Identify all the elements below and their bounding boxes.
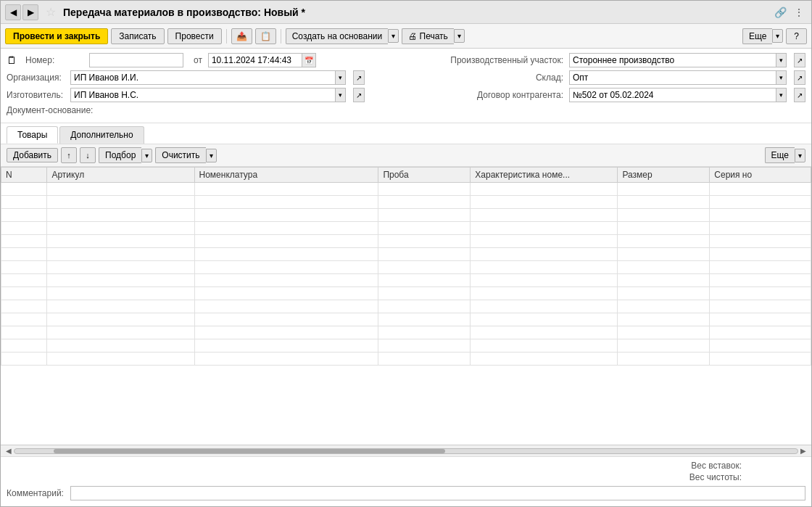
save-button[interactable]: Записать [111,28,164,44]
create-basis-split: Создать на основании ▾ [286,28,399,44]
org-input[interactable] [70,70,336,85]
col-razmer: Размер [618,168,710,183]
table-more-split: Еще ▾ [765,147,805,163]
forward-button[interactable]: ▶ [22,4,38,20]
table-row [1,274,811,287]
table-row [1,261,811,274]
upload-button[interactable]: 📤 [231,28,252,44]
comment-input[interactable] [70,486,805,500]
copy-button[interactable]: 📋 [255,28,276,44]
create-basis-button[interactable]: Создать на основании [286,28,389,44]
table-row [1,183,811,196]
maker-label: Изготовитель: [7,90,65,100]
data-table: N Артикул Номенклатура Проба Характерист… [1,167,811,366]
menu-button[interactable]: ⋮ [791,4,807,20]
maker-open[interactable]: ↗ [353,88,365,102]
scroll-left-arrow[interactable]: ◀ [4,447,14,455]
table-row [1,313,811,326]
table-row [1,209,811,222]
select-arrow[interactable]: ▾ [141,149,152,162]
comment-label: Комментарий: [7,488,65,498]
down-button[interactable]: ↓ [80,147,96,163]
prod-area-input[interactable] [569,53,776,67]
window-title: Передача материалов в производство: Новы… [63,7,768,18]
form-row-4: Документ-основание: [7,105,805,115]
prod-area-dropdown[interactable]: ▾ [776,53,787,67]
form-row-2: Организация: ▾ ↗ Склад: ▾ ↗ [7,70,805,85]
more-split: Еще ▾ [742,28,783,44]
col-proba: Проба [378,168,471,183]
tab-additional[interactable]: Дополнительно [59,126,144,144]
table-more-arrow[interactable]: ▾ [795,149,805,162]
contract-open[interactable]: ↗ [794,88,805,102]
table-header-row: N Артикул Номенклатура Проба Характерист… [1,168,811,183]
table-row [1,222,811,235]
nav-buttons: ◀ ▶ [5,4,38,20]
hscroll-track[interactable] [14,448,798,454]
tab-goods[interactable]: Товары [7,126,58,144]
title-action-buttons: 🔗 ⋮ [772,4,807,20]
clear-button[interactable]: Очистить [155,147,205,163]
prod-area-wrap: ▾ [569,53,787,67]
tabs-bar: Товары Дополнительно [1,123,811,144]
maker-wrap: ▾ [70,88,346,102]
org-label: Организация: [7,73,65,83]
back-button[interactable]: ◀ [5,4,21,20]
favorite-icon[interactable]: ☆ [46,5,56,19]
form-area: 🗒 Номер: от 📅 Производственный участок: … [1,49,811,123]
sklad-label: Склад: [520,73,563,83]
more-arrow[interactable]: ▾ [772,29,783,43]
post-button[interactable]: Провести [167,28,222,44]
table-row [1,326,811,339]
clear-split: Очистить ▾ [155,147,216,163]
table-row [1,353,811,366]
hscroll-thumb[interactable] [54,449,445,453]
ves-chistoty-row: Вес чистоты: [7,471,805,483]
print-button[interactable]: 🖨 Печать [402,28,454,44]
table-row [1,300,811,313]
scroll-right-arrow[interactable]: ▶ [798,447,808,455]
print-arrow[interactable]: ▾ [454,29,465,43]
post-close-button[interactable]: Провести и закрыть [5,28,108,44]
org-open[interactable]: ↗ [353,70,365,85]
org-wrap: ▾ [70,70,346,85]
create-basis-arrow[interactable]: ▾ [388,29,399,43]
contract-label: Договор контрагента: [455,90,563,100]
table-row [1,248,811,261]
up-button[interactable]: ↑ [61,147,77,163]
calendar-button[interactable]: 📅 [302,53,316,67]
table-more-button[interactable]: Еще [765,147,795,163]
col-num: N [1,168,47,183]
prod-area-open[interactable]: ↗ [794,53,805,67]
number-input[interactable] [89,53,183,67]
contract-wrap: ▾ [569,88,787,102]
maker-input[interactable] [70,88,336,102]
contract-input[interactable] [569,88,776,102]
more-button[interactable]: Еще [742,28,772,44]
col-article: Артикул [47,168,194,183]
form-row-1: 🗒 Номер: от 📅 Производственный участок: … [7,53,805,67]
sklad-open[interactable]: ↗ [794,70,805,85]
table-row [1,196,811,209]
table-wrap: N Артикул Номенклатура Проба Характерист… [1,167,811,445]
sklad-input[interactable] [569,70,776,85]
doc-osnov-label: Документ-основание: [7,105,93,115]
date-input[interactable] [208,53,302,67]
contract-dropdown[interactable]: ▾ [776,88,787,102]
date-wrap: 📅 [208,53,316,67]
add-button[interactable]: Добавить [7,148,58,162]
sklad-dropdown[interactable]: ▾ [776,70,787,85]
print-split: 🖨 Печать ▾ [402,28,465,44]
maker-dropdown[interactable]: ▾ [336,88,346,102]
table-row [1,235,811,248]
link-button[interactable]: 🔗 [772,4,788,20]
clear-arrow[interactable]: ▾ [206,149,217,162]
ves-vstavok-label: Вес вставок: [691,461,742,471]
help-button[interactable]: ? [786,28,807,44]
sklad-wrap: ▾ [569,70,787,85]
form-row-3: Изготовитель: ▾ ↗ Договор контрагента: ▾… [7,88,805,102]
number-label: Номер: [25,55,83,65]
table-container[interactable]: N Артикул Номенклатура Проба Характерист… [1,167,811,445]
select-button[interactable]: Подбор [99,147,141,163]
org-dropdown[interactable]: ▾ [336,70,346,85]
